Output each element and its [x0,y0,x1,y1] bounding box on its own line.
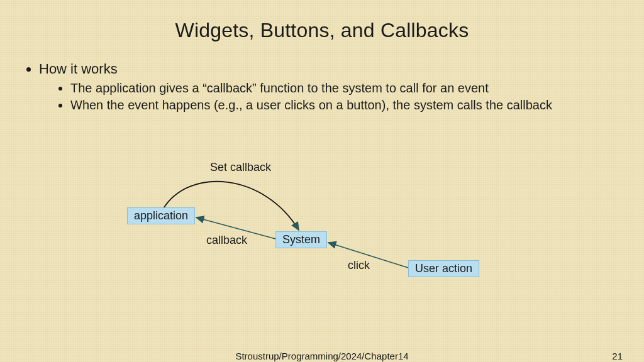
arrow-callback [196,217,275,239]
sub-bullet-2: When the event happens (e.g., a user cli… [70,98,619,112]
box-application: application [127,207,195,224]
sub-bullet-1: The application gives a “callback” funct… [70,81,619,96]
slide-title: Widgets, Buttons, and Callbacks [0,0,644,42]
arrow-set-callback [163,182,299,230]
main-bullet: How it works The application gives a “ca… [39,61,619,112]
label-click: click [348,259,370,272]
arrow-click [328,243,408,268]
footer-source: Stroustrup/Programming/2024/Chapter14 [235,351,408,361]
label-set-callback: Set callback [210,161,271,174]
main-bullet-text: How it works [39,61,118,77]
label-callback: callback [206,234,247,247]
box-system: System [275,231,327,248]
box-user-action: User action [408,260,479,277]
footer-page-number: 21 [612,351,623,361]
slide-content: How it works The application gives a “ca… [0,42,644,112]
